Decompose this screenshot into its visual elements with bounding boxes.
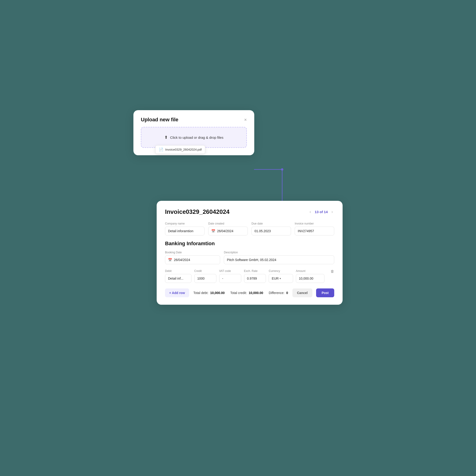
date-created-label: Date created (208, 222, 248, 225)
total-debt: Total debt: 10,000.00 (193, 291, 225, 295)
calendar-icon-2: 📅 (168, 258, 172, 262)
credit-label: Credit (194, 269, 216, 273)
add-row-button[interactable]: + Add row (165, 289, 189, 297)
dragged-file-indicator: 📄 Invoice0329_26042024.pdf (155, 145, 205, 154)
vat-field[interactable] (222, 277, 238, 280)
delete-row-icon[interactable]: 🗑 (330, 269, 334, 273)
dragged-file-name: Invoice0329_26042024.pdf (165, 148, 202, 151)
amount-input[interactable] (296, 274, 324, 283)
banking-row-2: Debit Credit VAT code (165, 269, 334, 283)
debit-group: Debit (165, 269, 191, 283)
upload-dropzone-text: Click to upload or drag & drop files (170, 136, 223, 139)
booking-date-group: Booking Date 📅 (165, 251, 220, 264)
vat-label: VAT code (219, 269, 241, 273)
banking-section-title: Banking Inforamtion (165, 240, 334, 247)
currency-select[interactable]: EUR USD GBP (272, 277, 279, 280)
svg-point-0 (281, 168, 283, 170)
post-button[interactable]: Post (316, 289, 334, 297)
upload-dialog-header: Upload new file × (141, 117, 247, 123)
due-date-group: Due date (252, 222, 291, 236)
vat-input[interactable] (219, 274, 241, 283)
company-name-group: Company name (165, 222, 204, 236)
description-input[interactable] (224, 255, 334, 264)
description-group: Description (224, 251, 334, 264)
description-field[interactable] (227, 258, 331, 262)
credit-group: Credit (194, 269, 216, 283)
date-created-input[interactable]: 📅 (208, 227, 248, 236)
banking-section: Banking Inforamtion Booking Date 📅 Descr… (165, 240, 334, 283)
file-icon: 📄 (159, 147, 163, 152)
date-created-field[interactable] (217, 229, 245, 233)
total-credit: Total credit: 10,000.00 (230, 291, 263, 295)
invoice-number-field[interactable] (298, 229, 331, 233)
upload-icon: ⬆ (164, 135, 168, 140)
due-date-label: Due date (252, 222, 291, 225)
amount-field[interactable] (299, 277, 322, 280)
delete-action-group: 🗑 (327, 269, 334, 283)
debit-field[interactable] (168, 277, 188, 280)
pagination-next-button[interactable]: › (330, 209, 334, 215)
description-label: Description (224, 251, 334, 254)
invoice-number-input[interactable] (295, 227, 334, 236)
difference: Difference: 0 (269, 291, 288, 295)
exch-rate-label: Exch. Rate (244, 269, 266, 273)
upload-dialog: Upload new file × ⬆ Click to upload or d… (133, 110, 254, 155)
amount-group: Amount (296, 269, 324, 283)
exch-rate-input[interactable] (244, 274, 266, 283)
company-name-input[interactable] (165, 227, 204, 236)
currency-input[interactable]: EUR USD GBP ▾ (269, 274, 293, 283)
invoice-title: Invoice0329_26042024 (165, 208, 230, 215)
company-name-field[interactable] (168, 229, 202, 233)
close-button[interactable]: × (244, 117, 247, 122)
due-date-field[interactable] (255, 229, 288, 233)
invoice-pagination: ‹ 13 of 14 › (308, 209, 334, 215)
pagination-info: 13 of 14 (315, 210, 328, 214)
vat-group: VAT code (219, 269, 241, 283)
currency-group: Currency EUR USD GBP ▾ (269, 269, 293, 283)
debit-label: Debit (165, 269, 191, 273)
company-name-label: Company name (165, 222, 204, 225)
amount-label: Amount (296, 269, 324, 273)
chevron-down-icon: ▾ (280, 277, 281, 280)
credit-field[interactable] (197, 277, 213, 280)
date-created-group: Date created 📅 (208, 222, 248, 236)
exch-rate-field[interactable] (247, 277, 263, 280)
booking-date-label: Booking Date (165, 251, 220, 254)
invoice-number-label: Invoice number (295, 222, 334, 225)
invoice-footer: + Add row Total debt: 10,000.00 Total cr… (165, 289, 334, 297)
currency-label: Currency (269, 269, 293, 273)
invoice-number-group: Invoice number (295, 222, 334, 236)
booking-date-field[interactable] (174, 258, 217, 262)
cancel-button[interactable]: Cancel (292, 289, 312, 297)
invoice-dialog: Invoice0329_26042024 ‹ 13 of 14 › Compan… (157, 201, 343, 305)
calendar-icon-1: 📅 (211, 229, 215, 233)
upload-dialog-title: Upload new file (141, 117, 178, 123)
upload-dropzone[interactable]: ⬆ Click to upload or drag & drop files 📄… (141, 127, 247, 148)
banking-row-1: Booking Date 📅 Description (165, 251, 334, 264)
due-date-input[interactable] (252, 227, 291, 236)
exch-rate-group: Exch. Rate (244, 269, 266, 283)
invoice-fields-row: Company name Date created 📅 Due date (165, 222, 334, 236)
credit-input[interactable] (194, 274, 216, 283)
debit-input[interactable] (165, 274, 191, 283)
footer-totals: Total debt: 10,000.00 Total credit: 10,0… (193, 291, 289, 295)
pagination-prev-button[interactable]: ‹ (308, 209, 312, 215)
booking-date-input[interactable]: 📅 (165, 255, 220, 264)
invoice-header: Invoice0329_26042024 ‹ 13 of 14 › (165, 208, 334, 215)
